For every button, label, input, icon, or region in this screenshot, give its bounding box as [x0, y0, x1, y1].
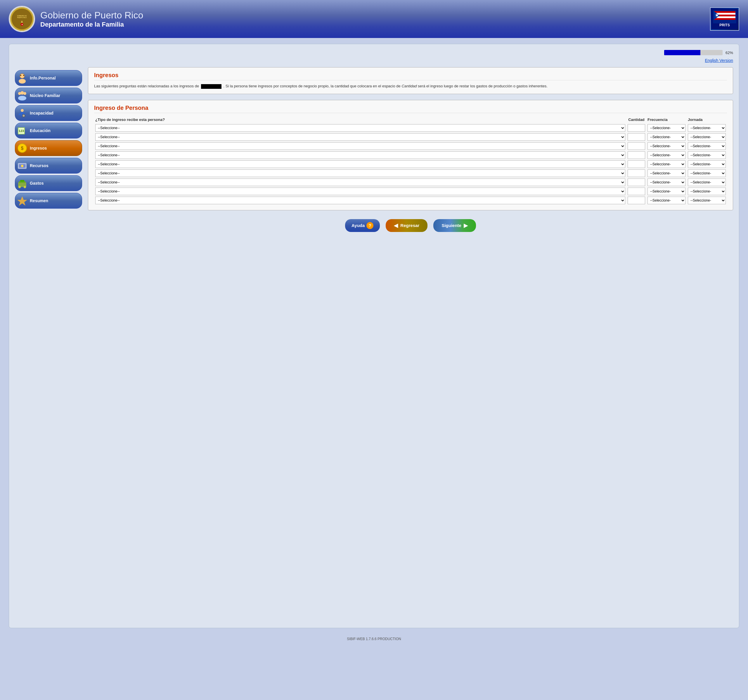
- redacted-name: [201, 84, 222, 89]
- desc-part1: Las siguientes preguntas están relaciona…: [94, 84, 199, 88]
- english-version-link[interactable]: English Version: [705, 58, 733, 63]
- jornada-select-6[interactable]: --Seleccione-: [688, 169, 726, 177]
- tipo-select-wrapper-3: --Seleccione--: [95, 142, 625, 150]
- table-row: --Seleccione-- --Seleccione-: [94, 197, 727, 204]
- sidebar-item-gastos[interactable]: Gastos: [15, 175, 82, 191]
- frecuencia-select-1[interactable]: --Seleccione-: [648, 124, 686, 132]
- cantidad-input-9[interactable]: [628, 197, 645, 204]
- ingreso-persona-section: Ingreso de Persona ¿Tipo de ingreso reci…: [88, 100, 733, 210]
- bottom-buttons: Ayuda ? ◀ Regresar Siguiente ▶: [88, 219, 733, 241]
- cantidad-input-2[interactable]: [628, 133, 645, 141]
- jornada-select-wrapper-4: --Seleccione-: [688, 151, 726, 159]
- cantidad-input-5[interactable]: [628, 160, 645, 168]
- frecuencia-select-7[interactable]: --Seleccione-: [648, 179, 686, 186]
- frecuencia-select-2[interactable]: --Seleccione-: [648, 133, 686, 141]
- jornada-select-wrapper-6: --Seleccione-: [688, 169, 726, 177]
- regresar-label: Regresar: [400, 223, 419, 228]
- ingresos-description: Las siguientes preguntas están relaciona…: [94, 83, 727, 90]
- sidebar-item-recursos[interactable]: Recursos: [15, 158, 82, 173]
- regresar-button[interactable]: ◀ Regresar: [386, 219, 427, 232]
- sidebar-item-resumen[interactable]: Resumen: [15, 193, 82, 209]
- ayuda-button[interactable]: Ayuda ?: [345, 219, 380, 232]
- ingreso-table-header: ¿Tipo de ingreso recibe esta persona? Ca…: [94, 117, 727, 122]
- svg-text:$: $: [21, 146, 24, 151]
- question-icon: ?: [366, 222, 373, 229]
- cantidad-input-1[interactable]: [628, 124, 645, 132]
- jornada-select-wrapper-2: --Seleccione-: [688, 133, 726, 141]
- frecuencia-select-8[interactable]: --Seleccione-: [648, 188, 686, 195]
- svg-point-24: [20, 91, 24, 95]
- sidebar-item-incapacidad[interactable]: Incapacidad: [15, 105, 82, 121]
- siguiente-button[interactable]: Siguiente ▶: [433, 219, 476, 232]
- sidebar-item-educacion[interactable]: 123 Educación: [15, 123, 82, 138]
- cantidad-input-7[interactable]: [628, 179, 645, 186]
- cantidad-input-4[interactable]: [628, 151, 645, 159]
- jornada-select-8[interactable]: --Seleccione-: [688, 188, 726, 195]
- arrow-left-icon: ◀: [394, 222, 398, 229]
- frecuencia-select-wrapper-7: --Seleccione-: [648, 179, 686, 186]
- table-row: --Seleccione-- --Seleccione-: [94, 160, 727, 168]
- tipo-select-8[interactable]: --Seleccione--: [95, 188, 625, 195]
- svg-point-45: [24, 186, 26, 188]
- jornada-select-4[interactable]: --Seleccione-: [688, 151, 726, 159]
- tipo-select-wrapper-4: --Seleccione--: [95, 151, 625, 159]
- sidebar-item-ingresos[interactable]: $ Ingresos: [15, 140, 82, 156]
- cantidad-input-3[interactable]: [628, 142, 645, 150]
- main-container: 62% English Version Info.Personal: [9, 44, 739, 628]
- frecuencia-select-9[interactable]: --Seleccione-: [648, 197, 686, 204]
- table-row: --Seleccione-- --Seleccione-: [94, 142, 727, 150]
- footer: SIBIF-WEB 1.7.6.6 PRODUCTION: [0, 634, 748, 644]
- jornada-select-9[interactable]: --Seleccione-: [688, 197, 726, 204]
- tipo-select-4[interactable]: --Seleccione--: [95, 151, 625, 159]
- arrow-right-icon: ▶: [464, 222, 468, 229]
- jornada-select-5[interactable]: --Seleccione-: [688, 160, 726, 168]
- svg-text:PUERTO RICO: PUERTO RICO: [17, 17, 27, 18]
- gastos-icon: [16, 177, 28, 189]
- frecuencia-select-5[interactable]: --Seleccione-: [648, 160, 686, 168]
- svg-text:GOBIERNO DE: GOBIERNO DE: [17, 15, 27, 17]
- sidebar-item-nucleo-familiar[interactable]: Núcleo Familiar: [15, 88, 82, 103]
- header-title: Gobierno de Puerto Rico Departamento de …: [40, 10, 143, 28]
- svg-text:★: ★: [715, 13, 719, 18]
- frecuencia-select-4[interactable]: --Seleccione-: [648, 151, 686, 159]
- tipo-select-wrapper-2: --Seleccione--: [95, 133, 625, 141]
- cantidad-input-6[interactable]: [628, 169, 645, 177]
- jornada-select-2[interactable]: --Seleccione-: [688, 133, 726, 141]
- col-header-tipo: ¿Tipo de ingreso recibe esta persona?: [95, 117, 625, 122]
- svg-point-21: [23, 75, 24, 76]
- frecuencia-select-wrapper-4: --Seleccione-: [648, 151, 686, 159]
- cantidad-input-wrapper-5: [628, 160, 645, 168]
- version-text: SIBIF-WEB 1.7.6.6 PRODUCTION: [347, 637, 401, 641]
- frecuencia-select-6[interactable]: --Seleccione-: [648, 169, 686, 177]
- svg-marker-46: [17, 196, 27, 206]
- tipo-select-7[interactable]: --Seleccione--: [95, 179, 625, 186]
- prits-logo: ★ PRITS: [710, 7, 739, 31]
- jornada-select-1[interactable]: --Seleccione-: [688, 124, 726, 132]
- svg-point-20: [20, 75, 21, 76]
- col-header-cantidad: Cantidad: [628, 117, 645, 122]
- tipo-select-5[interactable]: --Seleccione--: [95, 160, 625, 168]
- jornada-select-7[interactable]: --Seleccione-: [688, 179, 726, 186]
- tipo-select-2[interactable]: --Seleccione--: [95, 133, 625, 141]
- sidebar-item-info-personal[interactable]: Info.Personal: [15, 70, 82, 86]
- tipo-select-6[interactable]: --Seleccione--: [95, 169, 625, 177]
- table-row: --Seleccione-- --Seleccione-: [94, 151, 727, 159]
- tipo-select-3[interactable]: --Seleccione--: [95, 142, 625, 150]
- jornada-select-wrapper-7: --Seleccione-: [688, 179, 726, 186]
- tipo-select-1[interactable]: --Seleccione--: [95, 124, 625, 132]
- progress-bar-fill: [664, 50, 700, 55]
- svg-rect-13: [714, 18, 736, 20]
- tipo-select-wrapper-5: --Seleccione--: [95, 160, 625, 168]
- tipo-select-wrapper-6: --Seleccione--: [95, 169, 625, 177]
- cantidad-input-wrapper-9: [628, 197, 645, 204]
- cantidad-input-8[interactable]: [628, 188, 645, 195]
- educacion-icon: 123: [16, 125, 28, 137]
- jornada-select-3[interactable]: --Seleccione-: [688, 142, 726, 150]
- info-personal-icon: [16, 72, 28, 84]
- tipo-select-wrapper-1: --Seleccione--: [95, 124, 625, 132]
- sidebar: Info.Personal Núcleo Familiar: [15, 67, 82, 241]
- frecuencia-select-3[interactable]: --Seleccione-: [648, 142, 686, 150]
- sidebar-label-nucleo-familiar: Núcleo Familiar: [30, 93, 60, 98]
- tipo-select-9[interactable]: --Seleccione--: [95, 197, 625, 204]
- svg-point-19: [19, 79, 26, 84]
